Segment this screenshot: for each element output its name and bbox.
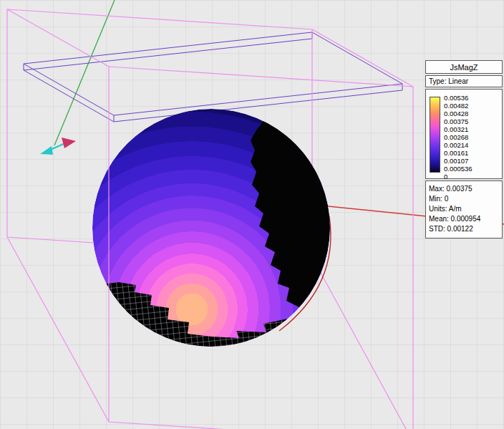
- field-plot-sphere[interactable]: [92, 109, 330, 347]
- tick-label: 0.00536: [444, 94, 472, 102]
- tick-label: 0.00375: [444, 117, 472, 125]
- tick-label: 0: [444, 173, 472, 180]
- stat-min: Min: 0: [429, 194, 499, 204]
- tick-label: 0.00428: [444, 110, 472, 117]
- tick-label: 0.00107: [444, 157, 472, 165]
- tick-label: 0.00482: [444, 102, 472, 110]
- tick-label: 0.00161: [444, 149, 472, 157]
- stat-mean: Mean: 0.000954: [429, 214, 499, 224]
- stat-std: STD: 0.00122: [429, 224, 499, 234]
- modeler-viewport[interactable]: JsMagZ Type: Linear 0.00536 0.00482 0.00…: [0, 0, 504, 429]
- legend-colorbar: [430, 97, 440, 173]
- legend-scale-box: 0.00536 0.00482 0.00428 0.00375 0.00321 …: [425, 89, 503, 179]
- stat-max: Max: 0.00375: [429, 184, 499, 194]
- legend-title: JsMagZ: [425, 60, 503, 74]
- legend-scale-type: Type: Linear: [425, 75, 503, 87]
- tick-label: 0.00268: [444, 133, 472, 141]
- legend-stats-box: Max: 0.00375 Min: 0 Units: A/m Mean: 0.0…: [425, 180, 503, 238]
- tick-label: 0.000536: [444, 165, 472, 173]
- legend-tick-labels: 0.00536 0.00482 0.00428 0.00375 0.00321 …: [444, 94, 472, 174]
- stat-units: Units: A/m: [429, 204, 499, 214]
- legend-panel[interactable]: JsMagZ Type: Linear 0.00536 0.00482 0.00…: [425, 60, 503, 240]
- tick-label: 0.00321: [444, 125, 472, 133]
- tick-label: 0.00214: [444, 141, 472, 149]
